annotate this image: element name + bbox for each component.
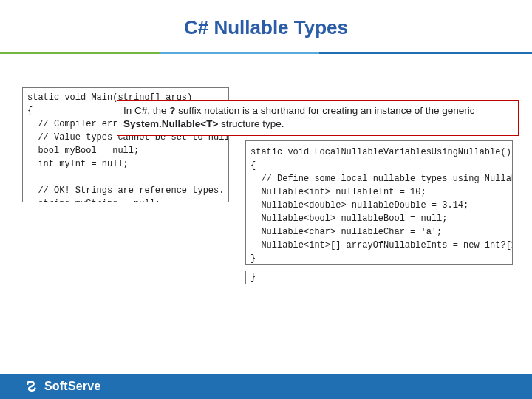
brand-logo-text: SoftServe	[44, 380, 101, 393]
callout-bold-type: System.Nullable<T>	[123, 118, 218, 129]
slide-title: C# Nullable Types	[0, 0, 532, 52]
code-block-right: static void LocalNullableVariablesUsingN…	[245, 140, 513, 265]
callout-text-mid: suffix notation is a shorthand for creat…	[176, 105, 475, 116]
callout-note: In C#, the ? suffix notation is a shorth…	[117, 100, 519, 136]
callout-text-pre: In C#, the	[123, 105, 169, 116]
brand-logo-icon	[25, 379, 40, 394]
footer-bar: SoftServe	[0, 374, 532, 399]
code-end-brace: }	[245, 271, 378, 284]
callout-bold-question: ?	[169, 105, 175, 116]
callout-text-post: structure type.	[218, 118, 284, 129]
color-divider	[0, 52, 532, 54]
